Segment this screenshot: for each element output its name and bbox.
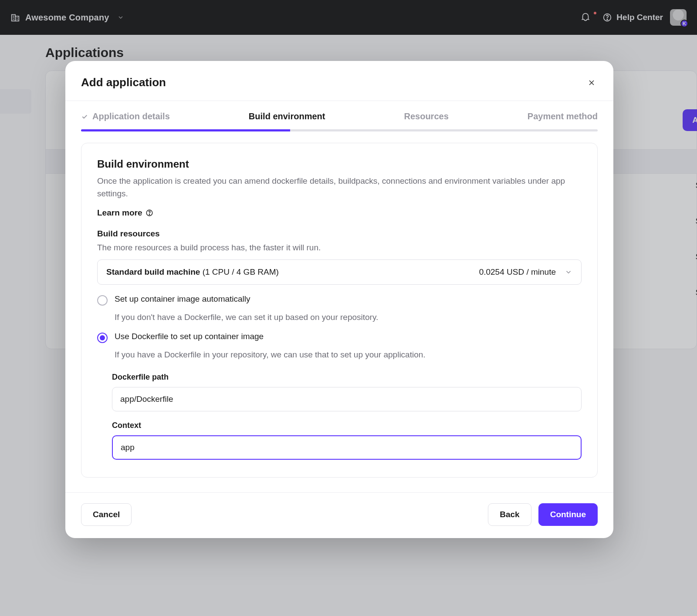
- learn-more-label: Learn more: [97, 208, 142, 218]
- back-button[interactable]: Back: [488, 503, 531, 526]
- container-mode-radio-group: Set up container image automatically If …: [97, 294, 582, 363]
- step-build-environment[interactable]: Build environment: [249, 111, 325, 121]
- radio-auto-container-help: If you don't have a Dockerfile, we can s…: [115, 313, 582, 322]
- dockerfile-path-label: Dockerfile path: [112, 373, 582, 382]
- chevron-down-icon: [565, 268, 572, 276]
- build-machine-select[interactable]: Standard build machine (1 CPU / 4 GB RAM…: [97, 259, 582, 285]
- context-label: Context: [112, 421, 582, 430]
- close-button[interactable]: [585, 77, 598, 89]
- radio-dockerfile-label: Use Dockerfile to set up container image: [115, 332, 264, 341]
- stepper: Application details Build environment Re…: [65, 101, 613, 121]
- radio-dockerfile[interactable]: [97, 333, 108, 343]
- modal-title: Add application: [81, 76, 166, 89]
- radio-auto-container[interactable]: [97, 295, 108, 306]
- modal-footer: Cancel Back Continue: [65, 492, 613, 538]
- step-label: Application details: [92, 111, 170, 121]
- cancel-button[interactable]: Cancel: [81, 503, 132, 526]
- continue-button[interactable]: Continue: [538, 503, 598, 526]
- build-machine-selected: Standard build machine (1 CPU / 4 GB RAM…: [106, 267, 279, 277]
- build-machine-price: 0.0254 USD / minute: [479, 267, 556, 277]
- svg-point-5: [149, 214, 150, 215]
- modal-header: Add application: [65, 61, 613, 101]
- close-icon: [587, 78, 596, 87]
- learn-more-link[interactable]: Learn more: [97, 208, 153, 218]
- modal-body: Build environment Once the application i…: [65, 131, 613, 492]
- check-icon: [81, 113, 88, 120]
- step-label: Resources: [404, 111, 448, 121]
- build-resources-description: The more resources a build process has, …: [97, 243, 582, 252]
- build-machine-name: Standard build machine: [106, 267, 200, 276]
- step-label: Payment method: [528, 111, 598, 121]
- radio-dockerfile-help: If you have a Dockerfile in your reposit…: [115, 350, 582, 360]
- help-icon: [145, 209, 153, 217]
- step-label: Build environment: [249, 111, 325, 121]
- add-application-modal: Add application Application details Buil…: [65, 61, 613, 538]
- section-description: Once the application is created you can …: [97, 175, 581, 200]
- context-input[interactable]: [112, 435, 582, 460]
- radio-auto-container-label: Set up container image automatically: [115, 294, 250, 304]
- section-heading: Build environment: [97, 158, 582, 170]
- build-resources-heading: Build resources: [97, 229, 582, 239]
- build-machine-spec: (1 CPU / 4 GB RAM): [200, 267, 279, 276]
- dockerfile-path-input[interactable]: [112, 387, 582, 411]
- step-application-details[interactable]: Application details: [81, 111, 170, 121]
- step-payment-method[interactable]: Payment method: [528, 111, 598, 121]
- step-resources[interactable]: Resources: [404, 111, 448, 121]
- build-environment-card: Build environment Once the application i…: [81, 143, 598, 478]
